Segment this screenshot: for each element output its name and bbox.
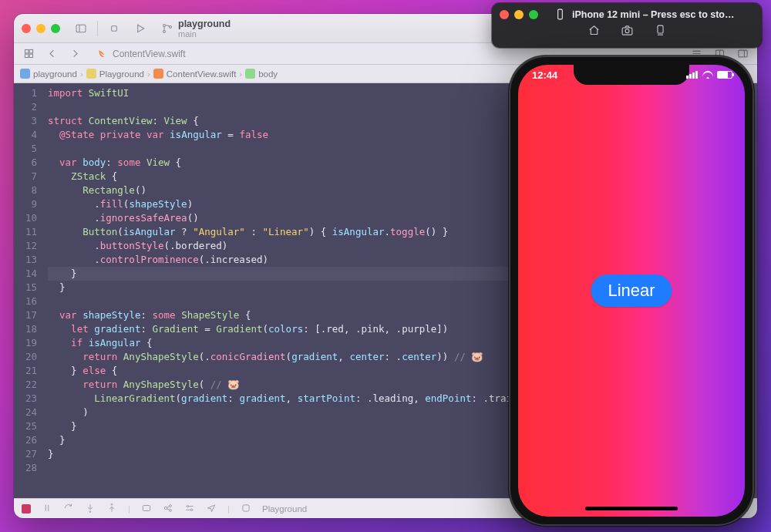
svg-rect-9 xyxy=(25,50,28,53)
env-overrides-button[interactable] xyxy=(184,503,195,515)
swift-file-icon xyxy=(97,49,108,59)
svg-rect-42 xyxy=(558,9,563,19)
home-button[interactable] xyxy=(588,24,601,39)
svg-rect-39 xyxy=(243,504,249,510)
status-bar-time: 12:44 xyxy=(532,69,557,81)
property-icon xyxy=(245,69,255,79)
cellular-icon xyxy=(686,71,699,79)
gradient-toggle-button[interactable]: Linear xyxy=(591,274,672,307)
svg-point-6 xyxy=(170,25,172,28)
branch-name: main xyxy=(178,29,231,39)
nav-back-button[interactable] xyxy=(42,45,62,63)
status-bar-icons xyxy=(686,71,732,79)
scheme-selector[interactable]: playground main xyxy=(161,19,231,39)
step-over-button[interactable] xyxy=(63,503,74,515)
svg-marker-38 xyxy=(207,504,214,511)
minimize-dot[interactable] xyxy=(36,24,45,33)
svg-rect-2 xyxy=(112,25,117,31)
chevron-icon: › xyxy=(80,69,83,79)
debug-view-button[interactable] xyxy=(141,503,152,515)
nav-forward-button[interactable] xyxy=(65,45,85,63)
line-gutter: 1234567891011121314151617181920212223242… xyxy=(14,83,43,498)
svg-rect-10 xyxy=(29,50,32,53)
pause-button[interactable] xyxy=(42,503,52,515)
close-dot[interactable] xyxy=(22,24,31,33)
zoom-dot[interactable] xyxy=(51,24,60,33)
folder-icon xyxy=(86,69,96,79)
wifi-icon xyxy=(702,71,713,79)
svg-rect-11 xyxy=(25,54,28,57)
svg-rect-18 xyxy=(738,50,746,57)
swift-icon xyxy=(153,69,163,79)
svg-rect-12 xyxy=(29,54,32,57)
svg-rect-0 xyxy=(76,25,86,32)
rotate-button[interactable] xyxy=(654,24,667,39)
chevron-icon: › xyxy=(239,69,242,79)
breakpoint-toggle[interactable] xyxy=(22,504,31,513)
location-button[interactable] xyxy=(206,503,217,515)
crumb-symbol[interactable]: body xyxy=(258,69,278,79)
tab-filename: ContentView.swift xyxy=(113,49,186,59)
project-icon xyxy=(20,69,30,79)
minimize-dot[interactable] xyxy=(514,10,524,19)
svg-point-23 xyxy=(89,510,91,512)
file-tab[interactable]: ContentView.swift xyxy=(88,43,195,64)
crumb-folder[interactable]: Playground xyxy=(99,69,144,79)
simulator-title: iPhone 12 mini – Press esc to sto… xyxy=(572,9,754,20)
svg-point-44 xyxy=(625,29,629,33)
code-content[interactable]: import SwiftUI struct ContentView: View … xyxy=(43,83,541,498)
branch-icon xyxy=(161,22,173,35)
related-items-button[interactable] xyxy=(19,45,39,63)
simulator-device: 12:44 Linear xyxy=(509,56,754,526)
crumb-project[interactable]: playground xyxy=(33,69,77,79)
toggle-navigator-button[interactable] xyxy=(71,19,91,38)
svg-point-25 xyxy=(111,503,113,505)
svg-line-30 xyxy=(167,506,170,507)
phone-icon xyxy=(554,8,567,21)
svg-point-5 xyxy=(163,30,166,32)
svg-line-31 xyxy=(167,508,170,510)
zoom-dot[interactable] xyxy=(529,10,538,19)
simulator-window-header: iPhone 12 mini – Press esc to sto… xyxy=(492,3,762,48)
svg-point-27 xyxy=(164,507,167,510)
run-button[interactable] xyxy=(130,19,150,38)
chevron-icon: › xyxy=(147,69,150,79)
svg-point-32 xyxy=(187,505,189,507)
svg-rect-26 xyxy=(143,505,150,510)
divider xyxy=(97,21,98,36)
step-into-button[interactable] xyxy=(85,503,96,515)
device-notch xyxy=(574,65,689,85)
stop-button[interactable] xyxy=(104,19,124,38)
simulator-screen[interactable]: 12:44 Linear xyxy=(518,65,745,517)
crumb-file[interactable]: ContentView.swift xyxy=(167,69,237,79)
debug-target-icon xyxy=(241,503,251,515)
svg-point-4 xyxy=(163,24,166,26)
home-indicator xyxy=(585,507,678,510)
code-editor[interactable]: 1234567891011121314151617181920212223242… xyxy=(14,83,541,498)
battery-icon xyxy=(717,71,732,79)
svg-marker-3 xyxy=(138,25,144,32)
step-out-button[interactable] xyxy=(106,503,117,515)
screenshot-button[interactable] xyxy=(621,24,634,39)
svg-point-33 xyxy=(190,509,192,510)
memory-graph-button[interactable] xyxy=(163,503,173,515)
window-traffic-lights[interactable] xyxy=(22,24,60,33)
debug-target[interactable]: Playground xyxy=(262,504,307,513)
project-title: playground xyxy=(178,19,231,29)
close-dot[interactable] xyxy=(500,10,509,19)
svg-rect-45 xyxy=(657,25,662,33)
